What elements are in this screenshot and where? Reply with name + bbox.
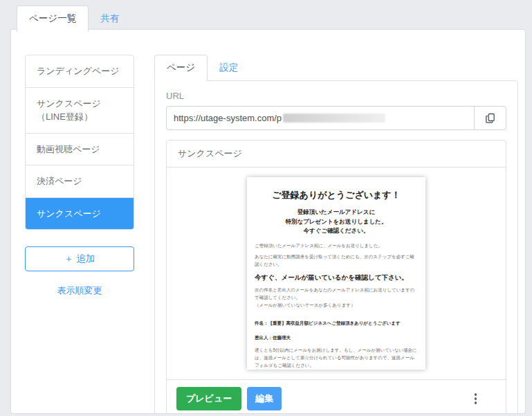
sidebar-item-thanks-page[interactable]: サンクスページ bbox=[26, 198, 134, 230]
kebab-dot bbox=[475, 397, 477, 400]
plus-icon: ＋ bbox=[64, 253, 74, 264]
preview-subheading: 登録頂いたメールアドレスに 特別なプレゼントをお送りしました。 今すぐご確認くだ… bbox=[255, 208, 418, 236]
tab-page-list[interactable]: ページ一覧 bbox=[17, 6, 89, 32]
kebab-dot bbox=[475, 401, 477, 404]
tab-share[interactable]: 共有 bbox=[89, 6, 131, 31]
edit-button[interactable]: 編集 bbox=[247, 387, 282, 410]
reorder-link[interactable]: 表示順変更 bbox=[25, 284, 134, 297]
sidebar-item-thanks-page-line[interactable]: サンクスページ （LINE登録） bbox=[26, 88, 134, 134]
page-preview-thumbnail: ご登録ありがとうございます！ 登録頂いたメールアドレスに 特別なプレゼントをお送… bbox=[247, 177, 425, 370]
thanks-page-panel: サンクスページ ご登録ありがとうございます！ 登録頂いたメールアドレスに 特別な… bbox=[166, 140, 506, 414]
preview-subject-line: 件名：【重要】高収益月額ビジネスへご登録頂きありがとうございます bbox=[255, 320, 401, 325]
preview-paragraph: 遅くとも5分以内にメールをお届けします。もし、メールが届いていない場合には、迷惑… bbox=[255, 346, 418, 369]
url-input-group: https://utage-system.com/p bbox=[166, 106, 506, 130]
sidebar-item-landing-page[interactable]: ランディングページ bbox=[26, 55, 134, 88]
thanks-page-panel-title: サンクスページ bbox=[167, 141, 506, 168]
preview-paragraph: ご登録頂いたメールアドレス宛に、メールをお送りしました。 bbox=[255, 242, 418, 249]
url-label: URL bbox=[166, 91, 506, 101]
preview-button[interactable]: プレビュー bbox=[176, 387, 241, 410]
add-page-button-label: 追加 bbox=[76, 253, 95, 264]
preview-check-heading: 今すぐ、メールが届いているかを確認して下さい。 bbox=[255, 273, 418, 282]
preview-mail-meta: 件名：【重要】高収益月額ビジネスへご登録頂きありがとうございます 差出人：佐藤理… bbox=[255, 313, 418, 342]
add-page-button[interactable]: ＋追加 bbox=[25, 246, 134, 271]
tab-settings[interactable]: 設定 bbox=[208, 55, 250, 80]
main-column: ページ 設定 URL https://utage-system.com/p bbox=[154, 55, 518, 414]
kebab-dot bbox=[475, 393, 477, 396]
url-value: https://utage-system.com/p bbox=[174, 113, 282, 123]
copy-icon bbox=[485, 113, 496, 124]
top-tabbar: ページ一覧 共有 bbox=[10, 6, 131, 31]
kebab-menu-button[interactable] bbox=[472, 390, 480, 407]
page-preview-area: ご登録ありがとうございます！ 登録頂いたメールアドレスに 特別なプレゼントをお送… bbox=[167, 168, 506, 379]
main-tabbar: ページ 設定 bbox=[154, 55, 518, 80]
tab-page[interactable]: ページ bbox=[154, 55, 208, 81]
sidebar-item-video-page[interactable]: 動画視聴ページ bbox=[26, 134, 134, 166]
url-input[interactable]: https://utage-system.com/p bbox=[166, 106, 475, 130]
preview-heading: ご登録ありがとうございます！ bbox=[255, 189, 418, 201]
url-redacted-segment bbox=[283, 114, 385, 123]
preview-footer: プレビュー 編集 bbox=[167, 379, 506, 414]
preview-sender-line: 差出人：佐藤理夫 bbox=[255, 335, 291, 340]
page-sidebar: ランディングページ サンクスページ （LINE登録） 動画視聴ページ 決済ページ… bbox=[25, 55, 134, 297]
sidebar-item-payment-page[interactable]: 決済ページ bbox=[26, 165, 134, 198]
page-list: ランディングページ サンクスページ （LINE登録） 動画視聴ページ 決済ページ… bbox=[25, 55, 134, 230]
page-tab-panel: URL https://utage-system.com/p サンクスページ bbox=[154, 80, 518, 414]
preview-paragraph: 次の件名と差出人のメールをあなたのメールアドレス宛にお送りしていますので確認して… bbox=[255, 286, 418, 309]
preview-paragraph: あなたに確実に動画講座を受け取って頂くためにも、次のステップを必ずご確認ください… bbox=[255, 253, 418, 268]
copy-url-button[interactable] bbox=[474, 106, 506, 130]
content-panel: ランディングページ サンクスページ （LINE登録） 動画視聴ページ 決済ページ… bbox=[10, 29, 526, 414]
